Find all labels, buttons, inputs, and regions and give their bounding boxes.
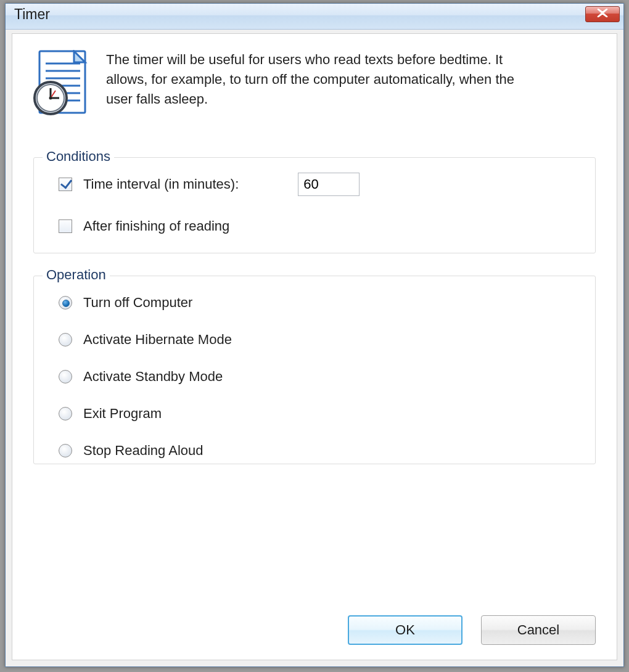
close-icon bbox=[596, 9, 609, 20]
input-time-interval[interactable] bbox=[298, 173, 360, 196]
cancel-label: Cancel bbox=[517, 622, 559, 638]
label-standby: Activate Standby Mode bbox=[83, 369, 223, 385]
conditions-legend: Conditions bbox=[43, 149, 114, 165]
row-time-interval: Time interval (in minutes): bbox=[59, 174, 578, 195]
ok-button[interactable]: OK bbox=[348, 615, 462, 645]
intro: The timer will be useful for users who r… bbox=[33, 50, 596, 119]
dialog-timer: Timer bbox=[5, 3, 624, 667]
intro-text: The timer will be useful for users who r… bbox=[106, 50, 538, 109]
label-time-interval: Time interval (in minutes): bbox=[83, 176, 239, 192]
label-after-reading: After finishing of reading bbox=[83, 218, 229, 234]
radio-standby[interactable] bbox=[59, 370, 72, 383]
ok-label: OK bbox=[395, 622, 415, 638]
svg-point-12 bbox=[49, 97, 52, 100]
radio-row-standby: Activate Standby Mode bbox=[59, 366, 578, 387]
group-operation: Operation Turn off Computer Activate Hib… bbox=[33, 276, 596, 464]
radio-exit-program[interactable] bbox=[59, 407, 72, 420]
radio-row-stop-reading: Stop Reading Aloud bbox=[59, 440, 578, 461]
radio-row-turn-off: Turn off Computer bbox=[59, 292, 578, 313]
label-stop-reading: Stop Reading Aloud bbox=[83, 443, 204, 459]
group-conditions: Conditions Time interval (in minutes): A… bbox=[33, 157, 596, 253]
button-row: OK Cancel bbox=[33, 600, 596, 645]
operation-legend: Operation bbox=[43, 267, 110, 283]
label-hibernate: Activate Hibernate Mode bbox=[83, 332, 232, 348]
checkbox-time-interval[interactable] bbox=[59, 178, 72, 191]
titlebar[interactable]: Timer bbox=[6, 4, 623, 30]
radio-row-exit: Exit Program bbox=[59, 403, 578, 424]
document-clock-icon bbox=[33, 50, 91, 119]
close-button[interactable] bbox=[585, 6, 620, 22]
radio-stop-reading[interactable] bbox=[59, 444, 72, 457]
label-exit: Exit Program bbox=[83, 406, 162, 422]
dialog-body: The timer will be useful for users who r… bbox=[12, 33, 617, 660]
checkbox-after-reading[interactable] bbox=[59, 219, 72, 233]
radio-row-hibernate: Activate Hibernate Mode bbox=[59, 329, 578, 350]
radio-turn-off-computer[interactable] bbox=[59, 296, 72, 309]
radio-hibernate[interactable] bbox=[59, 333, 72, 346]
label-turn-off: Turn off Computer bbox=[83, 295, 192, 311]
cancel-button[interactable]: Cancel bbox=[481, 615, 596, 645]
window-title: Timer bbox=[14, 6, 50, 23]
row-after-reading: After finishing of reading bbox=[59, 216, 578, 237]
